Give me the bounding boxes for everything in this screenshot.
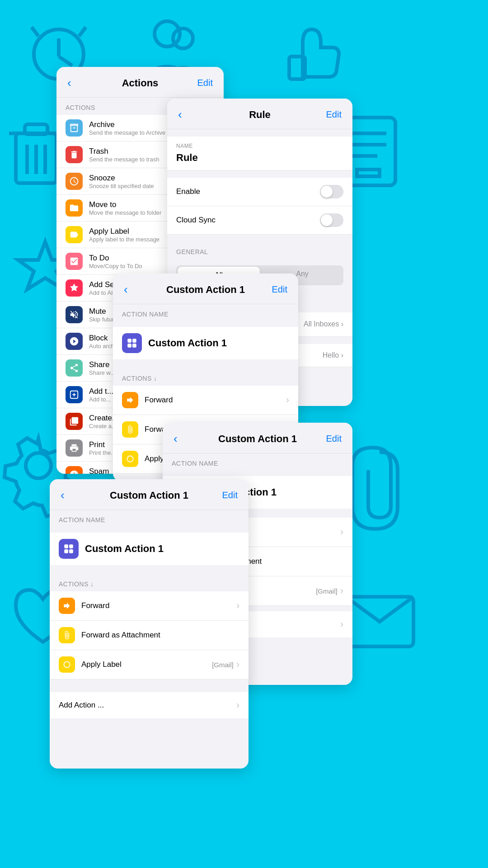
rule-edit-button[interactable]: Edit bbox=[324, 109, 342, 120]
todo-icon bbox=[66, 253, 83, 270]
mute-icon bbox=[66, 306, 83, 323]
custom3-actions-label: ACTIONS ↓ bbox=[50, 574, 249, 591]
rule-name-value: Rule bbox=[176, 152, 343, 164]
custom3-action-name: Custom Action 1 bbox=[85, 543, 164, 555]
custom3-apply-label-chevron bbox=[236, 659, 239, 670]
custom3-edit-button[interactable]: Edit bbox=[220, 490, 238, 500]
custom1-forward-attach-icon bbox=[122, 421, 138, 438]
custom1-nav-bar: ‹ Custom Action 1 Edit bbox=[113, 274, 298, 304]
svg-point-30 bbox=[127, 456, 133, 462]
custom1-action-name-label: ACTION NAME bbox=[113, 304, 298, 321]
svg-rect-37 bbox=[69, 544, 73, 548]
cloud-sync-label: Cloud Sync bbox=[176, 216, 216, 225]
custom1-forward-chevron bbox=[286, 394, 289, 406]
trash-icon bbox=[66, 146, 83, 163]
svg-rect-39 bbox=[69, 549, 73, 553]
custom3-back-button[interactable]: ‹ bbox=[61, 488, 79, 502]
cloud-sync-row: Cloud Sync bbox=[167, 206, 352, 235]
svg-rect-38 bbox=[64, 549, 68, 553]
spam-icon bbox=[66, 466, 83, 474]
custom1-back-button[interactable]: ‹ bbox=[124, 283, 142, 297]
custom3-forward-chevron bbox=[236, 600, 239, 612]
rule-nav-bar: ‹ Rule Edit bbox=[167, 99, 352, 129]
custom3-action-name-block: Custom Action 1 bbox=[50, 533, 249, 565]
cloud-sync-toggle[interactable] bbox=[320, 213, 343, 227]
enable-toggle[interactable] bbox=[320, 185, 343, 198]
custom1-action-name-block: Custom Action 1 bbox=[113, 327, 298, 359]
custom3-step-forward[interactable]: Forward bbox=[50, 591, 249, 621]
custom1-icon bbox=[122, 333, 142, 353]
svg-rect-16 bbox=[346, 597, 413, 646]
svg-rect-21 bbox=[357, 170, 380, 176]
custom3-apply-label-icon bbox=[59, 656, 75, 673]
moveto-icon bbox=[66, 199, 83, 217]
custom3-add-action-chevron bbox=[236, 699, 239, 711]
applylabel-icon bbox=[66, 226, 83, 243]
custom2-action-name-label: ACTION NAME bbox=[163, 453, 352, 471]
svg-rect-8 bbox=[16, 133, 56, 183]
rule-back-button[interactable]: ‹ bbox=[178, 108, 196, 122]
custom3-nav-title: Custom Action 1 bbox=[79, 490, 220, 501]
enable-label: Enable bbox=[176, 187, 200, 196]
archive-icon bbox=[66, 119, 83, 137]
custom2-nav-title: Custom Action 1 bbox=[192, 433, 324, 445]
custom2-back-button[interactable]: ‹ bbox=[174, 432, 192, 446]
custom2-forward-chevron bbox=[340, 526, 343, 538]
custom3-nav-bar: ‹ Custom Action 1 Edit bbox=[50, 479, 249, 510]
actions-nav-bar: ‹ Actions Edit bbox=[56, 67, 224, 98]
custom1-forward-name: Forward bbox=[145, 396, 173, 405]
svg-rect-7 bbox=[289, 57, 305, 79]
vip-icon bbox=[66, 279, 83, 297]
rule-name-field: NAME Rule bbox=[167, 137, 352, 170]
custom2-edit-button[interactable]: Edit bbox=[324, 434, 342, 444]
svg-point-40 bbox=[64, 661, 70, 667]
svg-point-5 bbox=[155, 21, 180, 47]
custom2-nav-bar: ‹ Custom Action 1 Edit bbox=[163, 423, 352, 453]
svg-rect-10 bbox=[25, 124, 47, 134]
custom3-step-forward-attach[interactable]: Forward as Attachment bbox=[50, 621, 249, 650]
general-section-label: GENERAL bbox=[167, 242, 352, 259]
svg-rect-28 bbox=[127, 344, 131, 348]
enable-row: Enable bbox=[167, 178, 352, 206]
block-icon bbox=[66, 333, 83, 350]
svg-point-6 bbox=[173, 28, 193, 48]
main-container: ‹ Actions Edit ACTIONS Archive Send the … bbox=[0, 0, 488, 868]
custom3-step-apply-label[interactable]: Apply Label [Gmail] bbox=[50, 650, 249, 679]
custom3-add-action-row[interactable]: Add Action ... bbox=[50, 692, 249, 718]
svg-line-3 bbox=[32, 27, 38, 36]
custom3-apply-label-name: Apply Label bbox=[81, 660, 122, 669]
custom3-forward-attach-name: Forward as Attachment bbox=[81, 631, 160, 640]
svg-rect-27 bbox=[132, 339, 136, 343]
custom1-step-forward[interactable]: Forward bbox=[113, 386, 298, 415]
actions-back-button[interactable]: ‹ bbox=[67, 76, 85, 90]
custom-action-panel-3: ‹ Custom Action 1 Edit ACTION NAME Custo… bbox=[50, 479, 249, 769]
svg-line-2 bbox=[59, 57, 72, 66]
svg-rect-29 bbox=[132, 344, 136, 348]
custom1-nav-title: Custom Action 1 bbox=[142, 284, 269, 296]
svg-rect-36 bbox=[64, 544, 68, 548]
rule-name-label: NAME bbox=[176, 143, 343, 149]
custom1-action-name: Custom Action 1 bbox=[148, 337, 227, 349]
custom3-apply-label-value: [Gmail] bbox=[212, 661, 234, 669]
addt-icon bbox=[66, 386, 83, 403]
custom3-forward-icon bbox=[59, 598, 75, 614]
custom1-actions-label: ACTIONS ↓ bbox=[113, 368, 298, 386]
custom3-action-name-label: ACTION NAME bbox=[50, 510, 249, 527]
custom1-apply-label-icon bbox=[122, 451, 138, 467]
hello-value: Hello › bbox=[323, 351, 343, 359]
custom3-forward-attach-icon bbox=[59, 627, 75, 643]
custom1-edit-button[interactable]: Edit bbox=[269, 284, 287, 295]
svg-point-15 bbox=[26, 453, 51, 478]
custom1-forward-icon bbox=[122, 392, 138, 408]
share-icon bbox=[66, 359, 83, 377]
actions-nav-title: Actions bbox=[85, 77, 195, 89]
actions-edit-button[interactable]: Edit bbox=[195, 78, 213, 88]
custom3-icon bbox=[59, 539, 79, 559]
svg-rect-26 bbox=[127, 339, 131, 343]
create-icon bbox=[66, 413, 83, 430]
snooze-icon bbox=[66, 173, 83, 190]
print-icon bbox=[66, 439, 83, 457]
rule-nav-title: Rule bbox=[196, 109, 324, 121]
account-all-inboxes-value: All Inboxes › bbox=[304, 320, 343, 328]
svg-line-4 bbox=[79, 27, 86, 36]
